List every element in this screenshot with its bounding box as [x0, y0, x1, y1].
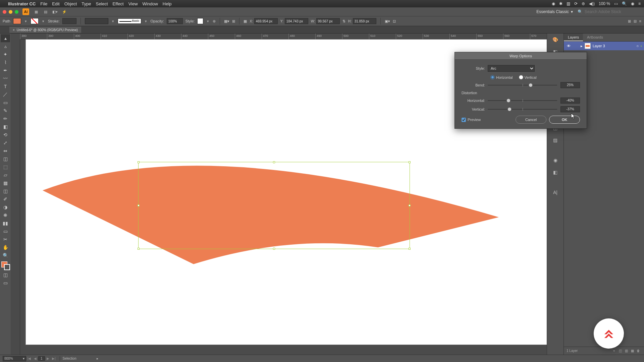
orientation-horizontal[interactable]: Horizontal	[490, 75, 513, 79]
width-tool[interactable]: ⇔	[1, 147, 10, 155]
gradient-tool[interactable]: ◫	[1, 187, 10, 195]
last-artboard-icon[interactable]: ▶|	[51, 357, 57, 360]
menu-file[interactable]: File	[40, 1, 47, 6]
fill-dropdown-icon[interactable]: ▾	[24, 19, 28, 23]
stroke-color-icon[interactable]	[4, 264, 10, 270]
menu-help[interactable]: Help	[163, 1, 172, 6]
selection-bounding-box[interactable]	[138, 162, 410, 249]
variable-width-profile[interactable]	[85, 18, 108, 24]
horizontal-radio[interactable]	[490, 75, 495, 79]
distortion-h-slider[interactable]	[488, 98, 557, 104]
maximize-window-button[interactable]	[15, 10, 18, 14]
status-menu-icon[interactable]: ▸	[97, 357, 98, 360]
transparency-panel-icon[interactable]: ▨	[551, 136, 559, 144]
wifi-icon[interactable]: ⊚	[582, 1, 585, 6]
library-icon[interactable]: ▤	[42, 8, 49, 15]
color-mode-icon[interactable]: ◫	[1, 271, 10, 279]
spotlight-icon[interactable]: 🔍	[622, 1, 627, 6]
eraser-tool[interactable]: ◧	[1, 123, 10, 131]
blend-tool[interactable]: ◑	[1, 203, 10, 211]
close-tab-icon[interactable]: ×	[13, 28, 15, 32]
column-graph-tool[interactable]: ▮▮	[1, 219, 10, 227]
selection-tool[interactable]: ▴	[1, 34, 10, 42]
menu-edit[interactable]: Edit	[52, 1, 59, 6]
document-tab[interactable]: × Untitled-6* @ 800% (RGB/GPU Preview)	[9, 27, 81, 33]
app-name[interactable]: Illustrator CC	[8, 1, 36, 6]
stock-search[interactable]: 🔍	[578, 9, 641, 14]
arrange-panel-icon[interactable]: ⊟	[634, 19, 637, 23]
fill-stroke-indicator[interactable]	[1, 261, 10, 271]
ruler-vertical[interactable]	[11, 40, 20, 355]
transform-reference-icon[interactable]: ▦	[244, 19, 247, 23]
vwp-dropdown-icon[interactable]: ▾	[111, 19, 115, 23]
make-clipping-mask-icon[interactable]: ◫	[617, 349, 623, 353]
bbox-handle[interactable]	[138, 248, 140, 250]
target-icon[interactable]: ○	[636, 44, 639, 48]
menu-window[interactable]: Window	[143, 1, 158, 6]
distortion-h-value[interactable]: -40%	[560, 98, 580, 104]
bbox-handle[interactable]	[409, 248, 411, 250]
delete-layer-icon[interactable]: 🗑	[635, 349, 641, 353]
stroke-dropdown-icon[interactable]: ▾	[41, 19, 45, 23]
align-icon[interactable]: ▦▾	[224, 19, 229, 23]
bridge-icon[interactable]: ⚡	[61, 8, 68, 15]
sync-icon[interactable]: ⟳	[574, 1, 578, 6]
bbox-handle[interactable]	[273, 248, 275, 250]
slice-tool[interactable]: ✂	[1, 235, 10, 243]
isolate-icon[interactable]: ▣▾	[385, 19, 390, 23]
bbox-handle[interactable]	[138, 161, 140, 163]
arrange-icon[interactable]: ◧▾	[51, 8, 59, 15]
panel-menu-icon[interactable]: ≡	[639, 19, 641, 23]
bbox-handle[interactable]	[409, 204, 411, 206]
mesh-tool[interactable]: ▦	[1, 179, 10, 187]
distortion-v-slider[interactable]	[488, 106, 557, 112]
next-artboard-icon[interactable]: ▶	[45, 357, 51, 360]
bend-value[interactable]: 25%	[560, 82, 580, 88]
layer-row[interactable]: 👁 ▸ Layer 3 ○ ▪	[564, 42, 644, 50]
perspective-tool[interactable]: ▱	[1, 171, 10, 179]
menu-object[interactable]: Object	[64, 1, 77, 6]
character-panel-icon[interactable]: A|	[551, 188, 559, 196]
hand-tool[interactable]: ✋	[1, 243, 10, 251]
shape-builder-tool[interactable]: ⬚	[1, 163, 10, 171]
cloud-icon[interactable]: ▥	[567, 1, 570, 6]
zoom-level[interactable]: 800%▾	[3, 356, 26, 361]
menu-select[interactable]: Select	[96, 1, 108, 6]
menu-view[interactable]: View	[128, 1, 138, 6]
free-transform-tool[interactable]: ◫	[1, 155, 10, 163]
appearance-panel-icon[interactable]: ◉	[551, 156, 559, 164]
new-sublayer-icon[interactable]: ▥	[623, 349, 629, 353]
w-input[interactable]	[316, 18, 340, 24]
direct-selection-tool[interactable]: ▵	[1, 42, 10, 50]
disclosure-icon[interactable]: ▸	[581, 44, 583, 48]
eyedropper-tool[interactable]: ✐	[1, 195, 10, 203]
distortion-v-value[interactable]: -37%	[560, 106, 580, 112]
y-input[interactable]	[285, 18, 308, 24]
recolor-icon[interactable]: ⊕	[213, 19, 216, 23]
bbox-handle[interactable]	[138, 204, 140, 206]
first-artboard-icon[interactable]: |◀	[26, 357, 32, 360]
tab-artboards[interactable]: Artboards	[583, 34, 607, 41]
close-window-button[interactable]	[3, 10, 6, 14]
lasso-tool[interactable]: ⌇	[1, 58, 10, 66]
preview-checkbox-label[interactable]: Preview	[462, 118, 481, 122]
symbol-sprayer-tool[interactable]: ❋	[1, 211, 10, 219]
home-icon[interactable]: ▦	[33, 8, 40, 15]
ruler-horizontal[interactable]: 380 390 400 410 420 430 440 450 460 470 …	[20, 34, 547, 40]
panel-toggle-icon[interactable]: ⊞	[628, 19, 631, 23]
pen-tool[interactable]: ✒	[1, 66, 10, 74]
artboard-number[interactable]: 1	[38, 356, 45, 361]
warp-style-select[interactable]: Arc	[488, 65, 535, 72]
style-dropdown-icon[interactable]: ▾	[206, 19, 210, 23]
color-panel-icon[interactable]: 🎨	[551, 36, 559, 44]
type-tool[interactable]: T	[1, 82, 10, 90]
orientation-vertical[interactable]: Vertical	[519, 75, 537, 79]
shaper-tool[interactable]: ✏	[1, 115, 10, 123]
opacity-input[interactable]	[167, 18, 183, 24]
zoom-tool[interactable]: 🔍	[1, 251, 10, 259]
layer-name[interactable]: Layer 3	[593, 44, 605, 48]
stroke-swatch[interactable]	[31, 18, 39, 24]
curvature-tool[interactable]: 〰	[1, 74, 10, 82]
bbox-handle[interactable]	[273, 161, 275, 163]
visibility-icon[interactable]: 👁	[566, 44, 571, 48]
